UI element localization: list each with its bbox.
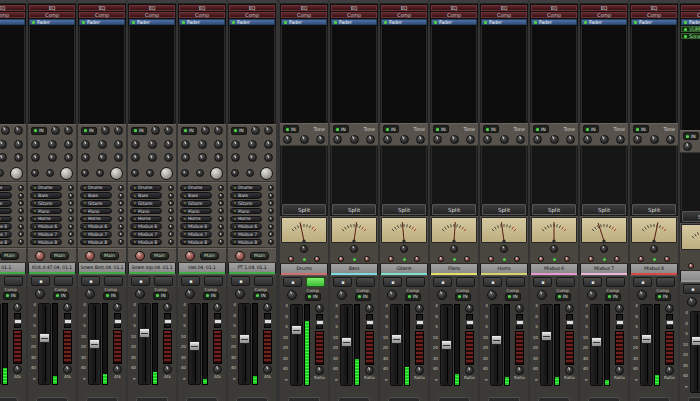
comp-ratio-knob[interactable] bbox=[515, 366, 524, 375]
mute-button[interactable]: ▪ bbox=[533, 277, 552, 287]
output-button[interactable] bbox=[538, 397, 570, 401]
bus-trim-knob[interactable] bbox=[600, 245, 608, 253]
pan-left-knob[interactable] bbox=[638, 256, 644, 262]
eq-lo-freq-knob[interactable] bbox=[14, 153, 23, 162]
mute-button[interactable]: ▪ bbox=[131, 276, 150, 286]
output-button[interactable] bbox=[236, 397, 268, 401]
mute-button[interactable]: ▪ bbox=[283, 277, 302, 287]
fader-cap[interactable] bbox=[641, 334, 652, 344]
send-level-knob[interactable] bbox=[268, 185, 274, 191]
eq-hi-knob[interactable] bbox=[101, 126, 110, 135]
output-button[interactable] bbox=[388, 397, 420, 401]
comp-attack-knob[interactable] bbox=[213, 365, 222, 374]
gain-knob[interactable] bbox=[260, 167, 273, 180]
trim-knob[interactable] bbox=[587, 290, 597, 300]
comp-slider-cap[interactable] bbox=[214, 319, 222, 324]
pan-left-knob[interactable] bbox=[288, 256, 294, 262]
comp-in-button[interactable]: IN bbox=[53, 292, 69, 300]
send-button-drums[interactable]: Drums bbox=[180, 185, 212, 192]
pan-left-knob[interactable] bbox=[488, 256, 494, 262]
fader-cap[interactable] bbox=[239, 334, 250, 344]
tone-hi-knob[interactable] bbox=[316, 135, 325, 144]
fader[interactable] bbox=[640, 304, 653, 386]
tone-in-button[interactable]: IN bbox=[333, 125, 349, 133]
comp-threshold-knob[interactable] bbox=[665, 304, 674, 313]
comp-threshold-knob[interactable] bbox=[263, 303, 272, 312]
processor-eq[interactable]: EQ bbox=[681, 5, 700, 11]
input-trim-knob[interactable] bbox=[0, 169, 4, 177]
processor-eq[interactable]: EQ bbox=[0, 5, 25, 11]
comp-threshold-knob[interactable] bbox=[415, 304, 424, 313]
tone-mid-knob[interactable] bbox=[500, 135, 509, 144]
pan-knob[interactable] bbox=[135, 251, 145, 261]
processor-fader[interactable]: Fader bbox=[179, 19, 225, 25]
comp-threshold-knob[interactable] bbox=[515, 304, 524, 313]
send-button-drums[interactable]: Drums bbox=[0, 185, 12, 192]
comp-threshold-slider[interactable] bbox=[114, 313, 121, 328]
send-level-knob[interactable] bbox=[218, 200, 224, 206]
channel-name[interactable]: Mixbus 6 bbox=[531, 264, 577, 273]
tone-in-button[interactable]: IN bbox=[583, 125, 599, 133]
processor-comp[interactable]: Comp bbox=[331, 12, 377, 18]
processor-comp[interactable]: Comp bbox=[431, 12, 477, 18]
mute-button[interactable]: ▪ bbox=[433, 277, 452, 287]
input-trim-knob[interactable] bbox=[146, 169, 154, 177]
fader-cap[interactable] bbox=[441, 340, 452, 350]
insert-area[interactable] bbox=[179, 26, 225, 124]
send-level-knob[interactable] bbox=[18, 185, 24, 191]
processor-eq[interactable]: EQ bbox=[79, 5, 125, 11]
output-button[interactable] bbox=[588, 397, 620, 401]
main-output-button[interactable]: Main bbox=[200, 252, 219, 260]
fader-cap[interactable] bbox=[89, 339, 100, 349]
fader-cap[interactable] bbox=[139, 328, 150, 338]
send-level-knob[interactable] bbox=[218, 185, 224, 191]
insert-area[interactable] bbox=[331, 26, 377, 123]
send-level-knob[interactable] bbox=[268, 200, 274, 206]
split-button[interactable]: Split bbox=[582, 204, 626, 215]
send-button-drums[interactable]: Drums bbox=[130, 185, 162, 192]
mute-button[interactable]: ▪ bbox=[633, 277, 652, 287]
comp-in-button[interactable]: IN bbox=[655, 293, 671, 301]
send-level-knob[interactable] bbox=[68, 239, 74, 245]
pan-right-knob[interactable] bbox=[564, 256, 570, 262]
send-button-gitarre[interactable]: Gitarre bbox=[80, 200, 112, 207]
solo-button[interactable] bbox=[406, 277, 425, 287]
send-button-mixbus-8[interactable]: Mixbus 8 bbox=[80, 239, 112, 246]
eq-lomid-knob[interactable] bbox=[131, 153, 140, 162]
pan-right-knob[interactable] bbox=[514, 256, 520, 262]
send-button-mixbus-6[interactable]: Mixbus 6 bbox=[230, 223, 262, 230]
processor-eq[interactable]: EQ bbox=[179, 5, 225, 11]
channel-name[interactable]: Mixbus 7 bbox=[581, 264, 627, 273]
trim-knob[interactable] bbox=[287, 290, 297, 300]
comp-slider-cap[interactable] bbox=[114, 319, 122, 324]
processor-comp[interactable]: Comp bbox=[381, 12, 427, 18]
eq-mid-freq-knob[interactable] bbox=[264, 140, 273, 149]
comp-ratio-knob[interactable] bbox=[415, 366, 424, 375]
insert-area[interactable] bbox=[281, 26, 327, 123]
processor-eq[interactable]: EQ bbox=[229, 5, 275, 11]
trim-knob[interactable] bbox=[35, 289, 45, 299]
eq-lo-freq-knob[interactable] bbox=[64, 153, 73, 162]
main-output-button[interactable]: Main bbox=[250, 252, 269, 260]
fader-cap[interactable] bbox=[491, 335, 502, 345]
comp-in-button[interactable]: IN bbox=[555, 293, 571, 301]
tone-lo-knob[interactable] bbox=[683, 142, 692, 151]
comp-threshold-knob[interactable] bbox=[615, 304, 624, 313]
tone-hi-knob[interactable] bbox=[466, 135, 475, 144]
fader[interactable] bbox=[540, 304, 553, 386]
channel-name[interactable]: Piano bbox=[431, 264, 477, 273]
send-level-knob[interactable] bbox=[18, 208, 24, 214]
send-level-knob[interactable] bbox=[218, 216, 224, 222]
send-button-drums[interactable]: Drums bbox=[30, 185, 62, 192]
pan-right-knob[interactable] bbox=[464, 256, 470, 262]
solo-button[interactable] bbox=[656, 277, 675, 287]
mute-button[interactable]: ▪ bbox=[483, 277, 502, 287]
send-level-knob[interactable] bbox=[168, 224, 174, 230]
pan-left-knob[interactable] bbox=[688, 263, 694, 269]
tone-hi-knob[interactable] bbox=[566, 135, 575, 144]
send-button-bass[interactable]: Bass bbox=[30, 192, 62, 199]
tone-in-button[interactable]: IN bbox=[433, 125, 449, 133]
split-button[interactable]: Split bbox=[482, 204, 526, 215]
processor-comp[interactable]: Comp bbox=[481, 12, 527, 18]
trim-knob[interactable] bbox=[135, 289, 145, 299]
